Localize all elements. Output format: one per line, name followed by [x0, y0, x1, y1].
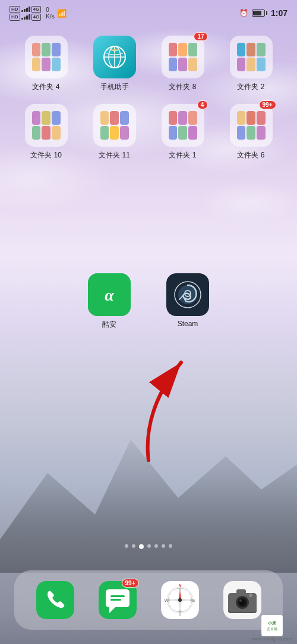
kuaan-label: 酷安: [102, 320, 116, 330]
svg-text:N: N: [178, 583, 181, 588]
folder11-label: 文件夹 11: [99, 150, 130, 160]
alarm-icon: ⏰: [239, 9, 248, 17]
folder-app: [188, 58, 197, 71]
steam-icon: [166, 273, 209, 316]
dock-item-safari[interactable]: N S E W: [161, 581, 199, 619]
folder1-label: 文件夹 1: [169, 150, 196, 160]
folder2-label: 文件夹 2: [237, 82, 264, 92]
folder-app: [178, 111, 187, 125]
app-item-folder10[interactable]: 文件夹 10: [14, 104, 78, 160]
folder-app: [247, 126, 255, 140]
folder6-icon-wrap: 99+: [230, 104, 273, 147]
phone-svg: [36, 581, 74, 619]
folder11-icon: [93, 104, 136, 147]
4g-indicator-2: 4G: [31, 14, 42, 21]
svg-text:E: E: [192, 598, 195, 602]
app-item-kuaan[interactable]: α CA α 酷安: [88, 273, 131, 330]
folder-app: [169, 43, 178, 56]
signal-bars-2: [21, 14, 30, 20]
page-dot-3: [139, 544, 144, 549]
status-right: ⏰ 1:07: [239, 8, 287, 18]
svg-rect-16: [110, 595, 125, 597]
app-item-folder2[interactable]: 文件夹 2: [219, 36, 283, 92]
folder-app: [247, 43, 255, 56]
app-grid: 文件夹 4 手机助手 17: [0, 30, 297, 166]
folder-app: [257, 43, 266, 56]
signal-bars-1: [21, 7, 30, 12]
kuaan-icon: α CA α: [88, 273, 131, 316]
page-dot-1: [125, 544, 128, 548]
phone-icon: [36, 581, 74, 619]
folder-app: [32, 58, 41, 71]
messages-badge: 99+: [122, 579, 139, 588]
app-item-folder1[interactable]: 4 文件夹 1: [151, 104, 214, 160]
app-item-folder8[interactable]: 17 文件夹 8: [151, 36, 214, 92]
app-item-folder4[interactable]: 文件夹 4: [14, 36, 78, 92]
dock-item-messages[interactable]: 99+: [99, 581, 137, 619]
folder6-label: 文件夹 6: [237, 150, 264, 160]
dock-item-phone[interactable]: [36, 581, 74, 619]
folder-app: [178, 58, 187, 71]
folder-app: [42, 43, 50, 56]
folder4-icon-wrap: [25, 36, 68, 78]
camera-svg: [223, 581, 261, 619]
folder-app: [100, 126, 109, 140]
folder-app: [257, 58, 266, 71]
svg-text:S: S: [178, 612, 181, 616]
steam-label: Steam: [178, 320, 198, 328]
folder-app: [42, 126, 50, 140]
folder-app: [32, 111, 41, 125]
svg-point-42: [249, 594, 252, 597]
folder-app: [120, 126, 129, 140]
folder-app: [100, 111, 109, 125]
svg-rect-43: [261, 615, 283, 636]
app-item-steam[interactable]: Steam: [166, 273, 209, 328]
dock-item-camera[interactable]: [223, 581, 261, 619]
folder6-icon: [230, 104, 273, 147]
folder-app: [257, 111, 266, 125]
folder11-icon-wrap: [93, 104, 136, 147]
folder10-icon-wrap: [25, 104, 68, 147]
folder-app: [257, 126, 266, 140]
app-item-folder6[interactable]: 99+ 文件夹 6: [219, 104, 283, 160]
phone-assistant-svg: [102, 44, 128, 70]
folder-app: [237, 58, 246, 71]
folder1-icon-wrap: 4: [162, 104, 204, 147]
folder-app: [247, 58, 255, 71]
network-speed: 0K/s: [46, 7, 54, 20]
folder-app: [52, 111, 61, 125]
app-item-folder11[interactable]: 文件夹 11: [83, 104, 146, 160]
folder-app: [237, 111, 246, 125]
network-indicators: HD 4G HD 4G: [10, 6, 41, 21]
folder1-badge: 4: [197, 100, 208, 109]
safari-icon: N S E W: [161, 581, 199, 619]
folder8-icon: [162, 36, 204, 78]
dock: 99+: [14, 570, 283, 630]
folder-app: [110, 111, 119, 125]
watermark: 小麦 安卓网 www.xmsigma.com: [252, 615, 292, 642]
app-item-phone-assistant[interactable]: 手机助手: [83, 36, 146, 92]
folder6-badge: 99+: [259, 100, 276, 109]
folder-app: [178, 43, 187, 56]
svg-text:W: W: [164, 598, 168, 602]
standalone-apps-container: α CA α 酷安 Steam: [88, 273, 209, 330]
svg-text:小麦: 小麦: [267, 620, 277, 625]
page-dot-6: [162, 544, 165, 548]
page-dot-5: [154, 544, 158, 548]
folder-app: [188, 111, 197, 125]
folder-app: [52, 43, 61, 56]
folder-app: [32, 126, 41, 140]
folder-app: [52, 126, 61, 140]
phone-assistant-label: 手机助手: [100, 82, 129, 92]
folder4-label: 文件夹 4: [32, 82, 59, 92]
page-dot-2: [132, 544, 135, 548]
folder-app: [42, 58, 50, 71]
folder-app: [188, 126, 197, 140]
folder-app: [32, 43, 41, 56]
folder-app: [120, 111, 129, 125]
folder-app: [42, 111, 50, 125]
page-dots: [0, 544, 297, 549]
4g-indicator-1: 4G: [31, 6, 42, 13]
folder10-icon: [25, 104, 68, 147]
folder8-icon-wrap: 17: [162, 36, 204, 78]
